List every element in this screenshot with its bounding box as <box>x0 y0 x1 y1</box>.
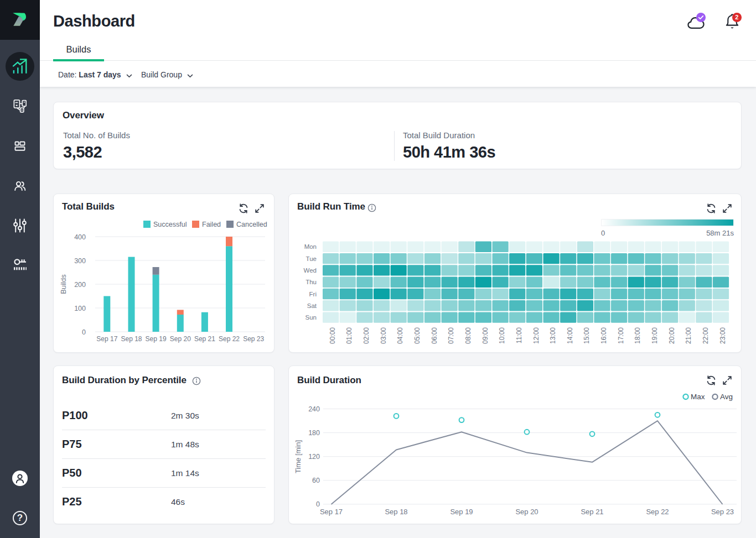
svg-text:Max: Max <box>691 393 705 401</box>
svg-text:Avg: Avg <box>720 393 733 401</box>
